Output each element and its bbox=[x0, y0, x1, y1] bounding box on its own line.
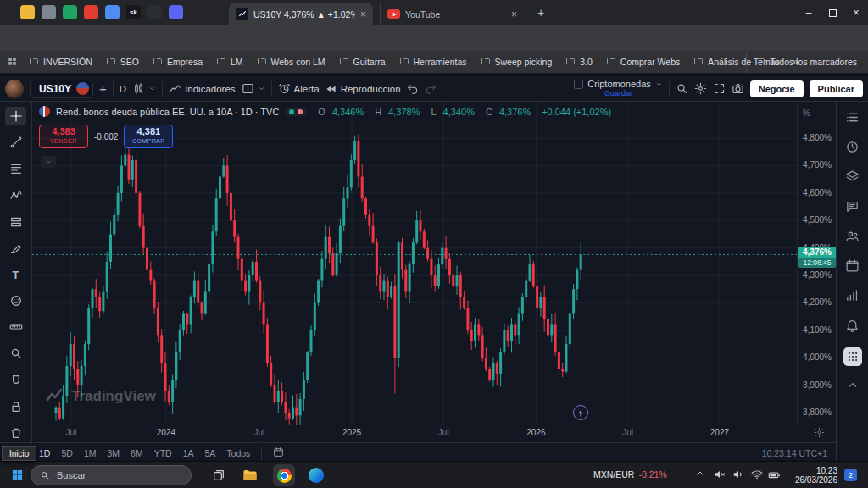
network-wifi-icon[interactable] bbox=[751, 469, 763, 482]
bookmark-folder[interactable]: Empresa bbox=[147, 53, 209, 70]
notifications-bell-icon[interactable] bbox=[845, 318, 860, 334]
range-ytd[interactable]: YTD bbox=[154, 448, 172, 458]
pinned-tab-favicon[interactable] bbox=[63, 5, 77, 19]
redo-button[interactable] bbox=[425, 83, 437, 95]
range-3m[interactable]: 3M bbox=[107, 448, 120, 458]
quick-search-icon[interactable] bbox=[676, 82, 688, 95]
emoji-tool[interactable] bbox=[5, 291, 26, 310]
indicators-button[interactable]: Indicadores bbox=[169, 82, 235, 95]
apps-grid-icon[interactable] bbox=[7, 56, 18, 69]
pinned-tab-favicon[interactable] bbox=[20, 5, 35, 19]
position-tool[interactable] bbox=[5, 213, 26, 231]
new-tab-button[interactable]: + bbox=[534, 6, 548, 19]
chart-style-button[interactable] bbox=[132, 82, 156, 95]
price-scale-percent-mode[interactable]: % bbox=[803, 108, 810, 118]
object-tree-icon[interactable] bbox=[845, 169, 860, 186]
goto-date-icon[interactable] bbox=[273, 446, 284, 459]
task-view-button[interactable] bbox=[212, 469, 225, 484]
lock-drawings-tool[interactable] bbox=[5, 397, 26, 416]
range-6m[interactable]: 6M bbox=[131, 448, 143, 458]
tab-close-icon[interactable]: × bbox=[360, 8, 366, 20]
tab-tradingview[interactable]: US10Y 4,376% ▲ +1.02% Crip × bbox=[229, 3, 373, 25]
fibonacci-tool[interactable] bbox=[5, 159, 26, 178]
pinned-tab-favicon[interactable] bbox=[84, 5, 98, 19]
pinned-tab-favicon[interactable] bbox=[42, 5, 56, 19]
chrome-taskbar-icon[interactable] bbox=[273, 464, 295, 486]
crosshair-tool[interactable] bbox=[5, 107, 26, 125]
axis-settings-gear-icon[interactable] bbox=[814, 427, 825, 440]
community-icon[interactable] bbox=[845, 229, 860, 245]
chart-title[interactable]: Rend. bonos deuda pública EE. UU. a 10A … bbox=[56, 107, 279, 117]
text-tool[interactable]: T bbox=[5, 265, 26, 284]
remove-drawings-tool[interactable] bbox=[5, 424, 26, 442]
bookmark-folder[interactable]: Herramientas bbox=[393, 53, 473, 70]
legend-collapse-chevron[interactable] bbox=[41, 156, 56, 168]
publish-button[interactable]: Publicar bbox=[810, 80, 863, 97]
legend-status-dots[interactable] bbox=[285, 108, 307, 116]
pinned-tab-favicon[interactable] bbox=[105, 5, 120, 19]
bookmark-folder[interactable]: Comprar Webs bbox=[600, 53, 686, 70]
range-1m[interactable]: 1M bbox=[84, 448, 97, 458]
boost-lightning-icon[interactable] bbox=[573, 405, 588, 420]
volume-icon[interactable] bbox=[732, 469, 744, 482]
tab-youtube[interactable]: YouTube × bbox=[380, 3, 524, 25]
pinned-tab-favicon[interactable]: sk bbox=[126, 5, 141, 19]
magnet-tool[interactable] bbox=[5, 371, 26, 390]
chat-icon[interactable] bbox=[845, 199, 860, 215]
taskbar-clock[interactable]: 10:23 26/03/2026 bbox=[782, 466, 837, 485]
notification-count-badge[interactable]: 2 bbox=[844, 469, 857, 481]
watchlist-selector[interactable]: Criptomonedas Guardar bbox=[574, 80, 663, 98]
range-5d[interactable]: 5D bbox=[61, 448, 72, 458]
candlestick-chart[interactable] bbox=[32, 102, 797, 425]
compare-add-button[interactable]: + bbox=[99, 81, 107, 96]
buy-button[interactable]: 4,381COMPRAR bbox=[124, 125, 173, 148]
watchlist-checkbox[interactable] bbox=[574, 80, 583, 89]
range-1d[interactable]: 1D bbox=[39, 448, 50, 458]
range-all[interactable]: Todos bbox=[226, 448, 250, 458]
sidebar-collapse-icon[interactable] bbox=[847, 380, 859, 393]
bookmark-folder[interactable]: Webs con LM bbox=[251, 53, 331, 70]
trendline-tool[interactable] bbox=[5, 133, 26, 152]
fullscreen-icon[interactable] bbox=[713, 82, 726, 95]
tv-user-avatar[interactable] bbox=[5, 80, 24, 98]
bookmark-folder[interactable]: LM bbox=[210, 53, 249, 70]
tab-close-icon[interactable]: × bbox=[511, 8, 517, 20]
watchlist-icon[interactable] bbox=[845, 110, 860, 126]
sell-button[interactable]: 4,383VENDER bbox=[39, 125, 88, 148]
interval-selector[interactable]: D bbox=[120, 84, 126, 94]
bookmark-folder[interactable]: Guitarra bbox=[333, 53, 392, 70]
snapshot-camera-icon[interactable] bbox=[732, 82, 744, 95]
battery-icon[interactable] bbox=[768, 469, 781, 483]
more-apps-grid-icon[interactable] bbox=[843, 347, 862, 366]
file-explorer-icon[interactable] bbox=[242, 468, 258, 485]
price-axis[interactable]: % 4,800%4,700%4,600%4,500%4,400%4,300%4,… bbox=[797, 102, 836, 425]
replay-button[interactable]: Reproducción bbox=[326, 83, 401, 95]
taskbar-search[interactable]: Buscar bbox=[31, 465, 192, 485]
edge-taskbar-icon[interactable] bbox=[309, 468, 324, 483]
undo-button[interactable] bbox=[407, 83, 419, 95]
mic-muted-icon[interactable] bbox=[714, 469, 726, 482]
bookmark-folder[interactable]: SEO bbox=[100, 53, 145, 70]
window-maximize-button[interactable] bbox=[821, 0, 844, 25]
start-button[interactable] bbox=[11, 469, 24, 483]
chart-pane[interactable]: Rend. bonos deuda pública EE. UU. a 10A … bbox=[32, 102, 797, 425]
trade-button[interactable]: Negocie bbox=[750, 80, 804, 97]
market-signal-icon[interactable] bbox=[845, 288, 860, 304]
alerts-clock-icon[interactable] bbox=[845, 140, 860, 156]
alert-button[interactable]: Alerta bbox=[278, 82, 320, 95]
bookmark-folder[interactable]: 3.0 bbox=[559, 53, 598, 70]
range-1y[interactable]: 1A bbox=[183, 448, 194, 458]
brush-tool[interactable] bbox=[5, 239, 26, 258]
window-close-button[interactable]: × bbox=[844, 0, 868, 25]
zoom-tool[interactable] bbox=[5, 344, 26, 363]
tray-chevron-icon[interactable] bbox=[695, 469, 705, 480]
bookmark-folder[interactable]: INVERSIÓN bbox=[23, 53, 98, 70]
chart-settings-gear-icon[interactable] bbox=[694, 82, 707, 95]
pinned-tab-favicon[interactable] bbox=[147, 5, 162, 19]
range-5y[interactable]: 5A bbox=[205, 448, 216, 458]
calendar-icon[interactable] bbox=[845, 258, 860, 274]
pinned-tab-favicon[interactable] bbox=[169, 5, 183, 19]
all-bookmarks-button[interactable]: Todos los marcadores bbox=[746, 51, 863, 73]
pattern-tool[interactable] bbox=[5, 186, 26, 204]
save-layout-link[interactable]: Guardar bbox=[604, 89, 632, 98]
